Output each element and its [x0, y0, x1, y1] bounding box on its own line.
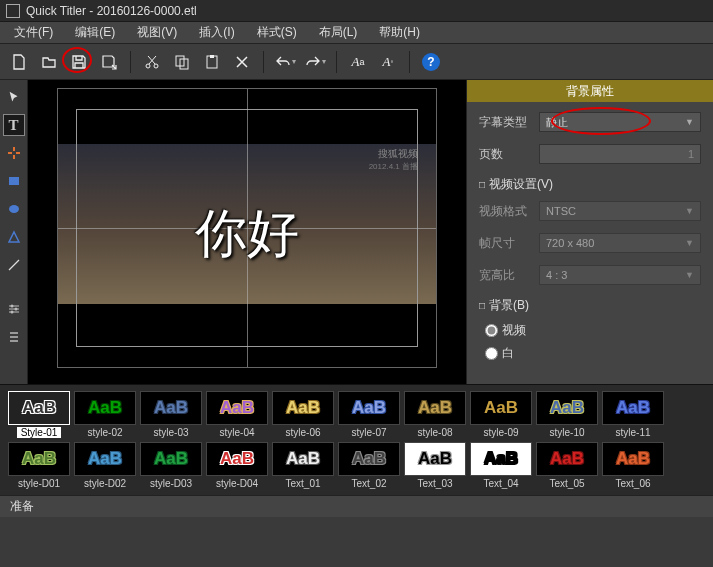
- style-item[interactable]: AaBstyle-D03: [140, 442, 202, 489]
- undo-icon[interactable]: ▾: [272, 49, 298, 75]
- style-preview: AaB: [74, 442, 136, 476]
- panel-header: 背景属性: [467, 80, 713, 102]
- preview-canvas[interactable]: 搜狐视频 2012.4.1 首播 你好: [57, 88, 437, 368]
- save-icon[interactable]: [66, 49, 92, 75]
- menu-insert[interactable]: 插入(I): [189, 22, 244, 43]
- style-item[interactable]: AaBStyle-01: [8, 391, 70, 438]
- style-preview: AaB: [140, 391, 202, 425]
- style-label: Style-01: [17, 427, 62, 438]
- style-item[interactable]: AaBText_01: [272, 442, 334, 489]
- style-gallery: AaBStyle-01AaBstyle-02AaBstyle-03AaBstyl…: [0, 384, 713, 495]
- crosshair-tool-icon[interactable]: [3, 142, 25, 164]
- radio-white[interactable]: 白: [485, 345, 701, 362]
- line-tool-icon[interactable]: [3, 254, 25, 276]
- style-item[interactable]: AaBText_03: [404, 442, 466, 489]
- frame-size-select: 720 x 480▼: [539, 233, 701, 253]
- canvas-wrap: 搜狐视频 2012.4.1 首播 你好: [28, 80, 466, 384]
- style-item[interactable]: AaBstyle-04: [206, 391, 268, 438]
- style-label: style-04: [219, 427, 254, 438]
- style-preview: AaB: [272, 391, 334, 425]
- text-tool-icon[interactable]: T: [3, 114, 25, 136]
- save-as-icon[interactable]: [96, 49, 122, 75]
- pages-value[interactable]: 1: [539, 144, 701, 164]
- style-label: style-08: [417, 427, 452, 438]
- style-item[interactable]: AaBstyle-11: [602, 391, 664, 438]
- style-preview: AaB: [206, 442, 268, 476]
- toolbar: ▾ ▾ Aa A◦ ?: [0, 44, 713, 80]
- style-item[interactable]: AaBstyle-10: [536, 391, 598, 438]
- style-item[interactable]: AaBText_04: [470, 442, 532, 489]
- style-preview: AaB: [602, 391, 664, 425]
- style-label: Text_05: [549, 478, 584, 489]
- style-label: style-D01: [18, 478, 60, 489]
- style-item[interactable]: AaBstyle-07: [338, 391, 400, 438]
- new-file-icon[interactable]: [6, 49, 32, 75]
- style-item[interactable]: AaBText_05: [536, 442, 598, 489]
- style-preview: AaB: [338, 391, 400, 425]
- style-preview: AaB: [470, 391, 532, 425]
- menu-view[interactable]: 视图(V): [127, 22, 187, 43]
- video-format-label: 视频格式: [479, 203, 539, 220]
- style-item[interactable]: AaBstyle-03: [140, 391, 202, 438]
- open-file-icon[interactable]: [36, 49, 62, 75]
- style-preview: AaB: [74, 391, 136, 425]
- help-icon[interactable]: ?: [418, 49, 444, 75]
- copy-icon[interactable]: [169, 49, 195, 75]
- style-preview: AaB: [470, 442, 532, 476]
- toolbar-separator: [409, 51, 410, 73]
- toolbar-separator: [263, 51, 264, 73]
- style-item[interactable]: AaBstyle-09: [470, 391, 532, 438]
- cut-icon[interactable]: [139, 49, 165, 75]
- window-title: Quick Titler - 20160126-0000.etl: [26, 4, 197, 18]
- settings-tool-icon[interactable]: [3, 298, 25, 320]
- delete-icon[interactable]: [229, 49, 255, 75]
- tool-column: T: [0, 80, 28, 384]
- menu-style[interactable]: 样式(S): [247, 22, 307, 43]
- style-preview: AaB: [140, 442, 202, 476]
- style-item[interactable]: AaBstyle-D02: [74, 442, 136, 489]
- style-preview: AaB: [338, 442, 400, 476]
- style-item[interactable]: AaBstyle-06: [272, 391, 334, 438]
- style-label: style-07: [351, 427, 386, 438]
- style-label: Text_01: [285, 478, 320, 489]
- svg-rect-6: [9, 177, 19, 185]
- toolbar-separator: [130, 51, 131, 73]
- redo-icon[interactable]: ▾: [302, 49, 328, 75]
- triangle-tool-icon[interactable]: [3, 226, 25, 248]
- style-item[interactable]: AaBText_02: [338, 442, 400, 489]
- text-style-b-icon[interactable]: A◦: [375, 49, 401, 75]
- style-item[interactable]: AaBstyle-02: [74, 391, 136, 438]
- menu-help[interactable]: 帮助(H): [369, 22, 430, 43]
- status-text: 准备: [10, 498, 34, 515]
- svg-point-7: [9, 205, 19, 213]
- svg-point-10: [10, 311, 13, 314]
- rect-tool-icon[interactable]: [3, 170, 25, 192]
- style-item[interactable]: AaBstyle-D04: [206, 442, 268, 489]
- subtitle-type-label: 字幕类型: [479, 114, 539, 131]
- list-tool-icon[interactable]: [3, 326, 25, 348]
- style-label: Text_04: [483, 478, 518, 489]
- ellipse-tool-icon[interactable]: [3, 198, 25, 220]
- subtitle-text[interactable]: 你好: [58, 199, 436, 269]
- style-item[interactable]: AaBText_06: [602, 442, 664, 489]
- frame-size-label: 帧尺寸: [479, 235, 539, 252]
- menu-file[interactable]: 文件(F): [4, 22, 63, 43]
- subtitle-type-select[interactable]: 静止▼: [539, 112, 701, 132]
- style-preview: AaB: [8, 442, 70, 476]
- pointer-tool-icon[interactable]: [3, 86, 25, 108]
- radio-video[interactable]: 视频: [485, 322, 701, 339]
- style-preview: AaB: [602, 442, 664, 476]
- style-preview: AaB: [206, 391, 268, 425]
- menu-edit[interactable]: 编辑(E): [65, 22, 125, 43]
- menu-layout[interactable]: 布局(L): [309, 22, 368, 43]
- style-preview: AaB: [8, 391, 70, 425]
- text-style-a-icon[interactable]: Aa: [345, 49, 371, 75]
- style-item[interactable]: AaBstyle-08: [404, 391, 466, 438]
- video-settings-section: 视频设置(V): [479, 176, 701, 193]
- style-item[interactable]: AaBstyle-D01: [8, 442, 70, 489]
- paste-icon[interactable]: [199, 49, 225, 75]
- style-preview: AaB: [536, 442, 598, 476]
- svg-point-0: [146, 64, 150, 68]
- chevron-down-icon: ▼: [685, 117, 694, 127]
- style-label: Text_03: [417, 478, 452, 489]
